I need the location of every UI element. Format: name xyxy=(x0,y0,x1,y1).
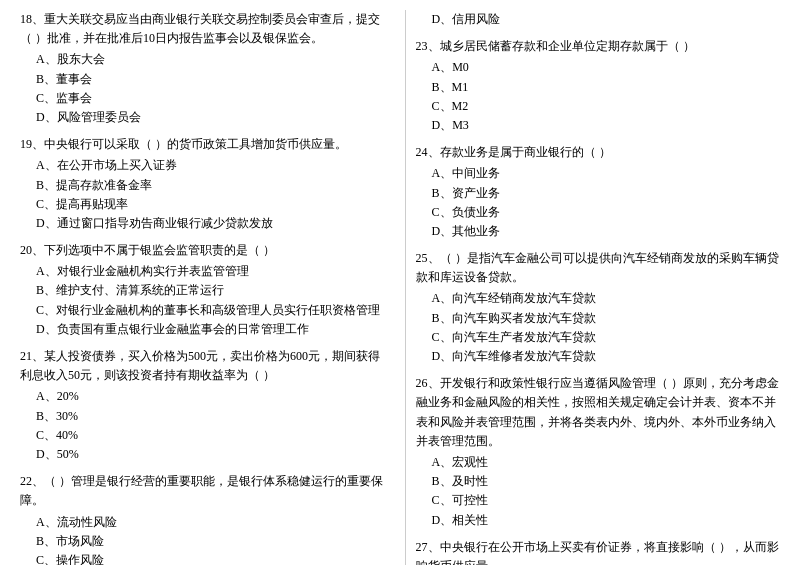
q21-option-c: C、40% xyxy=(20,426,385,445)
question-18: 18、重大关联交易应当由商业银行关联交易控制委员会审查后，提交（ ）批准，并在批… xyxy=(20,10,385,127)
question-25: 25、（ ）是指汽车金融公司可以提供向汽车经销商发放的采购车辆贷款和库运设备贷款… xyxy=(416,249,781,366)
q19-option-c: C、提高再贴现率 xyxy=(20,195,385,214)
question-24-title: 24、存款业务是属于商业银行的（ ） xyxy=(416,143,781,162)
question-22-continued: D、信用风险 xyxy=(416,10,781,29)
q23-option-c: C、M2 xyxy=(416,97,781,116)
q18-option-b: B、董事会 xyxy=(20,70,385,89)
q20-option-c: C、对银行业金融机构的董事长和高级管理人员实行任职资格管理 xyxy=(20,301,385,320)
question-22: 22、（ ）管理是银行经营的重要职能，是银行体系稳健运行的重要保障。 A、流动性… xyxy=(20,472,385,565)
question-23-title: 23、城乡居民储蓄存款和企业单位定期存款属于（ ） xyxy=(416,37,781,56)
right-column: D、信用风险 23、城乡居民储蓄存款和企业单位定期存款属于（ ） A、M0 B、… xyxy=(405,10,781,565)
q20-option-a: A、对银行业金融机构实行并表监管管理 xyxy=(20,262,385,281)
q23-option-d: D、M3 xyxy=(416,116,781,135)
question-18-title: 18、重大关联交易应当由商业银行关联交易控制委员会审查后，提交（ ）批准，并在批… xyxy=(20,10,385,48)
question-21-title: 21、某人投资债券，买入价格为500元，卖出价格为600元，期间获得利息收入50… xyxy=(20,347,385,385)
q26-option-c: C、可控性 xyxy=(416,491,781,510)
q18-option-a: A、股东大会 xyxy=(20,50,385,69)
q19-option-d: D、通过窗口指导劝告商业银行减少贷款发放 xyxy=(20,214,385,233)
q23-option-a: A、M0 xyxy=(416,58,781,77)
q24-option-d: D、其他业务 xyxy=(416,222,781,241)
q18-option-c: C、监事会 xyxy=(20,89,385,108)
q20-option-b: B、维护支付、清算系统的正常运行 xyxy=(20,281,385,300)
q20-option-d: D、负责国有重点银行业金融监事会的日常管理工作 xyxy=(20,320,385,339)
q25-option-c: C、向汽车生产者发放汽车贷款 xyxy=(416,328,781,347)
q26-option-a: A、宏观性 xyxy=(416,453,781,472)
question-23: 23、城乡居民储蓄存款和企业单位定期存款属于（ ） A、M0 B、M1 C、M2… xyxy=(416,37,781,135)
q25-option-b: B、向汽车购买者发放汽车贷款 xyxy=(416,309,781,328)
q18-option-d: D、风险管理委员会 xyxy=(20,108,385,127)
question-26-title: 26、开发银行和政策性银行应当遵循风险管理（ ）原则，充分考虑金融业务和金融风险… xyxy=(416,374,781,451)
question-27-title: 27、中央银行在公开市场上买卖有价证券，将直接影响（ ），从而影响货币供应量。 xyxy=(416,538,781,565)
q24-option-a: A、中间业务 xyxy=(416,164,781,183)
question-20: 20、下列选项中不属于银监会监管职责的是（ ） A、对银行业金融机构实行并表监管… xyxy=(20,241,385,339)
q25-option-a: A、向汽车经销商发放汽车贷款 xyxy=(416,289,781,308)
q25-option-d: D、向汽车维修者发放汽车贷款 xyxy=(416,347,781,366)
q21-option-d: D、50% xyxy=(20,445,385,464)
q22-option-a: A、流动性风险 xyxy=(20,513,385,532)
question-22-title: 22、（ ）管理是银行经营的重要职能，是银行体系稳健运行的重要保障。 xyxy=(20,472,385,510)
q21-option-b: B、30% xyxy=(20,407,385,426)
q22-option-d: D、信用风险 xyxy=(416,10,781,29)
page-container: 18、重大关联交易应当由商业银行关联交易控制委员会审查后，提交（ ）批准，并在批… xyxy=(20,10,780,565)
question-25-title: 25、（ ）是指汽车金融公司可以提供向汽车经销商发放的采购车辆贷款和库运设备贷款… xyxy=(416,249,781,287)
q24-option-c: C、负债业务 xyxy=(416,203,781,222)
question-27: 27、中央银行在公开市场上买卖有价证券，将直接影响（ ），从而影响货币供应量。 … xyxy=(416,538,781,565)
q22-option-c: C、操作风险 xyxy=(20,551,385,565)
q23-option-b: B、M1 xyxy=(416,78,781,97)
q19-option-a: A、在公开市场上买入证券 xyxy=(20,156,385,175)
left-column: 18、重大关联交易应当由商业银行关联交易控制委员会审查后，提交（ ）批准，并在批… xyxy=(20,10,395,565)
q26-option-d: D、相关性 xyxy=(416,511,781,530)
question-21: 21、某人投资债券，买入价格为500元，卖出价格为600元，期间获得利息收入50… xyxy=(20,347,385,464)
two-column-layout: 18、重大关联交易应当由商业银行关联交易控制委员会审查后，提交（ ）批准，并在批… xyxy=(20,10,780,565)
q22-option-b: B、市场风险 xyxy=(20,532,385,551)
question-19: 19、中央银行可以采取（ ）的货币政策工具增加货币供应量。 A、在公开市场上买入… xyxy=(20,135,385,233)
question-19-title: 19、中央银行可以采取（ ）的货币政策工具增加货币供应量。 xyxy=(20,135,385,154)
question-20-title: 20、下列选项中不属于银监会监管职责的是（ ） xyxy=(20,241,385,260)
question-26: 26、开发银行和政策性银行应当遵循风险管理（ ）原则，充分考虑金融业务和金融风险… xyxy=(416,374,781,530)
q21-option-a: A、20% xyxy=(20,387,385,406)
question-24: 24、存款业务是属于商业银行的（ ） A、中间业务 B、资产业务 C、负债业务 … xyxy=(416,143,781,241)
q24-option-b: B、资产业务 xyxy=(416,184,781,203)
q26-option-b: B、及时性 xyxy=(416,472,781,491)
q19-option-b: B、提高存款准备金率 xyxy=(20,176,385,195)
